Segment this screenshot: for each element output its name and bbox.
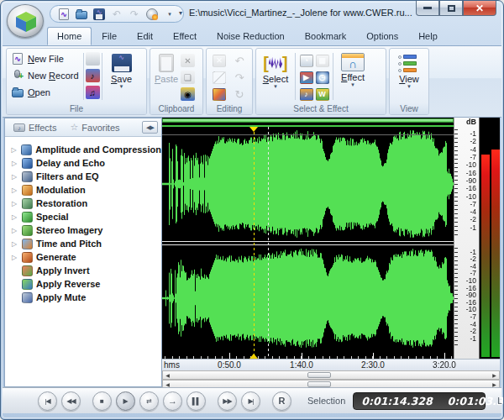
undo-icon[interactable]: ↶ — [233, 55, 246, 67]
scroll-right-icon[interactable]: ▶ — [490, 371, 499, 379]
tree-item-modulation[interactable]: ▷Modulation — [5, 183, 161, 197]
tab-noise-reduction[interactable]: Noise Reduction — [207, 27, 295, 45]
fast-forward-button[interactable]: ▶▶ — [218, 391, 237, 411]
new-file-button[interactable]: ∿New File — [8, 50, 81, 67]
waveform-channel-right[interactable] — [162, 245, 454, 351]
play-button[interactable]: ▶ — [116, 391, 135, 411]
record-button[interactable]: R — [272, 391, 291, 411]
tab-edit[interactable]: Edit — [127, 27, 163, 45]
minimize-button[interactable] — [416, 1, 439, 16]
tab-effects[interactable]: ♪ Effects — [8, 121, 61, 134]
waveform-channel-left[interactable] — [162, 127, 454, 241]
maximize-button[interactable] — [439, 1, 463, 16]
tab-file[interactable]: File — [92, 27, 127, 45]
loop-button[interactable]: ⇄ — [139, 391, 159, 411]
waveform-editor: dB -1-2-4-7-10-16-90-16-10-7-4-2-1 -1-2-… — [162, 118, 500, 387]
rewind-button[interactable]: ◀◀ — [61, 391, 81, 411]
close-button[interactable]: ✕ — [463, 1, 496, 16]
horizontal-scrollbar-1[interactable]: ◀ ▶ — [162, 370, 500, 380]
app-menu-button[interactable] — [7, 4, 44, 38]
playhead-line[interactable] — [254, 127, 255, 359]
duration-icon[interactable]: ◷ — [316, 71, 329, 84]
effect-button[interactable]: Effect▼ — [335, 50, 370, 104]
expand-icon[interactable]: ▷ — [10, 186, 18, 194]
open-icon — [11, 86, 24, 99]
mix-paste-icon[interactable]: ▶ — [300, 71, 313, 84]
stop-button[interactable]: ■ — [92, 391, 112, 411]
expand-icon[interactable]: ▷ — [10, 227, 18, 234]
tab-home[interactable]: Home — [47, 27, 92, 45]
audio-converter-icon[interactable]: ♫ — [86, 86, 100, 99]
copy-icon[interactable]: ❏ — [181, 71, 195, 84]
cut-icon[interactable]: ✕ — [181, 54, 195, 67]
select-button[interactable]: [] Select▼ — [258, 50, 293, 104]
expand-icon[interactable]: ▷ — [10, 200, 18, 207]
open-icon[interactable] — [75, 8, 88, 21]
save-button[interactable]: Save▼ — [104, 50, 139, 104]
tab-bookmark[interactable]: Bookmark — [295, 27, 357, 45]
mix-file-icon[interactable] — [213, 88, 226, 101]
view-button[interactable]: View▼ — [391, 50, 427, 104]
scroll-left-icon[interactable]: ◀ — [163, 371, 172, 379]
waveform-overview-bar[interactable] — [162, 118, 454, 127]
file-group-label: File — [7, 103, 146, 114]
file-associate-icon[interactable] — [86, 52, 100, 66]
tree-item-apply-invert[interactable]: Apply Invert — [5, 264, 161, 277]
view-group-label: View — [390, 103, 428, 114]
go-to-end-button[interactable]: ▶| — [241, 391, 260, 411]
expand-icon[interactable]: ▷ — [10, 146, 18, 154]
tree-item-filters-and-eq[interactable]: ▷Filters and EQ — [5, 170, 161, 183]
tree-item-amplitude-and-compression[interactable]: ▷Amplitude and Compression — [5, 143, 161, 156]
play-from-cursor-button[interactable]: → — [163, 391, 182, 411]
trim-icon[interactable] — [213, 71, 226, 84]
time-and-pitch-icon — [22, 239, 33, 249]
video-to-audio-icon[interactable]: ♪ — [86, 69, 100, 82]
save-icon[interactable] — [92, 8, 106, 21]
scrollbar-thumb[interactable] — [307, 381, 331, 387]
pause-button[interactable]: ▌▌ — [186, 391, 206, 411]
go-to-start-button[interactable]: |◀ — [38, 391, 57, 411]
paste-special-icon[interactable]: ◉ — [181, 87, 195, 101]
redo-icon[interactable]: ↷ — [128, 8, 141, 21]
convert-sample-icon[interactable]: ♪ — [300, 88, 313, 101]
expand-icon[interactable]: ▷ — [10, 240, 18, 248]
amplitude-tool-icon[interactable]: ◔ — [300, 55, 313, 67]
tab-effect[interactable]: Effect — [163, 27, 207, 45]
view-dropdown-icon: ▼ — [407, 85, 412, 88]
new-file-icon[interactable]: ∿ — [57, 8, 71, 21]
expand-icon[interactable]: ▷ — [10, 213, 18, 221]
tree-item-special[interactable]: ▷Special — [5, 210, 161, 223]
panel-collapse-button[interactable]: ◀▶ — [142, 121, 158, 134]
marker-wave-icon[interactable]: W — [316, 88, 329, 101]
timeline-ruler[interactable] — [162, 351, 454, 359]
qat-overflow-icon[interactable]: ▾ — [179, 9, 182, 17]
expand-icon[interactable]: ▷ — [10, 254, 18, 261]
selection-cursor-line[interactable] — [268, 127, 269, 359]
tree-item-stereo-imagery[interactable]: ▷Stereo Imagery — [5, 223, 161, 237]
insert-silence-icon[interactable]: ▦ — [316, 55, 329, 67]
tree-item-restoration[interactable]: ▷Restoration — [5, 197, 161, 210]
expand-icon[interactable]: ▷ — [10, 173, 18, 181]
tab-help[interactable]: Help — [408, 27, 448, 45]
expand-icon[interactable]: ▷ — [10, 160, 18, 167]
redo-icon[interactable]: ↷ — [233, 71, 246, 84]
delete-icon[interactable]: ✕ — [213, 55, 226, 67]
tree-item-generate[interactable]: ▷Generate — [5, 250, 161, 264]
paste-button[interactable]: Paste — [152, 50, 181, 104]
undo-icon[interactable]: ↶ — [110, 8, 123, 21]
new-record-button[interactable]: New Record — [8, 67, 81, 84]
tree-item-time-and-pitch[interactable]: ▷Time and Pitch — [5, 237, 161, 250]
tab-options[interactable]: Options — [356, 27, 408, 45]
repeat-icon[interactable]: ↻ — [233, 88, 246, 101]
new-record-icon — [11, 69, 24, 82]
tab-favorites[interactable]: ☆ Favorites — [65, 120, 124, 134]
quick-access-toolbar: ∿↶↷▾ — [50, 5, 184, 23]
scrollbar-thumb[interactable] — [307, 372, 331, 378]
tree-item-apply-reverse[interactable]: Apply Reverse — [5, 277, 161, 291]
qat-dropdown-icon[interactable]: ▾ — [163, 8, 176, 21]
tree-item-delay-and-echo[interactable]: ▷Delay and Echo — [5, 156, 161, 170]
playhead-marker-top[interactable] — [249, 127, 258, 136]
open-button[interactable]: Open — [8, 84, 81, 101]
tree-item-apply-mute[interactable]: Apply Mute — [5, 291, 161, 304]
burn-cd-icon[interactable] — [145, 8, 159, 21]
